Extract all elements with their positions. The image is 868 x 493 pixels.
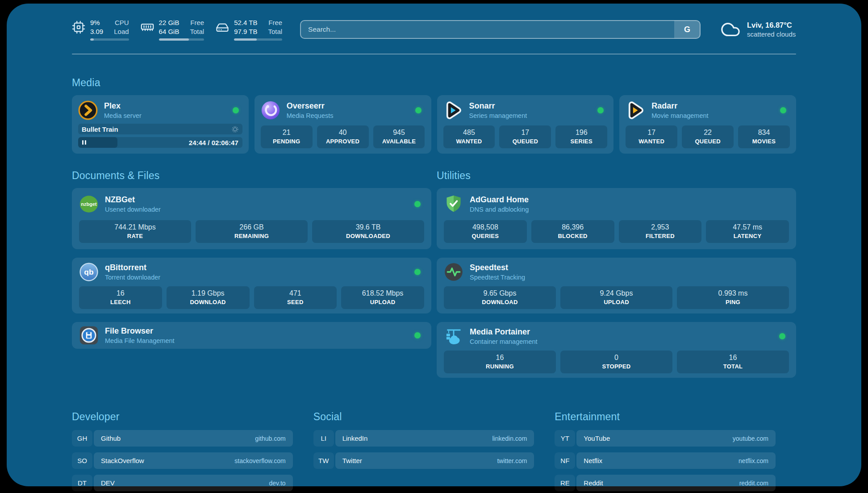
- app-name: NZBGet: [105, 195, 161, 205]
- section-utilities: Utilities: [437, 170, 796, 378]
- bookmark-netflix[interactable]: NF Netflix netflix.com: [555, 452, 776, 469]
- app-desc: Media Requests: [287, 112, 334, 120]
- app-name: File Browser: [105, 326, 175, 336]
- section-title-utilities: Utilities: [437, 170, 796, 182]
- app-desc: Usenet downloader: [105, 205, 161, 214]
- bookmark-name: Reddit: [584, 479, 603, 487]
- bookmark-stackoverflow[interactable]: SO StackOverflow stackoverflow.com: [72, 452, 293, 469]
- app-name: AdGuard Home: [470, 195, 529, 205]
- ram-free-label: Free: [190, 18, 204, 27]
- status-online-dot: [414, 201, 421, 207]
- filebrowser-icon: [79, 326, 99, 345]
- app-name: Radarr: [651, 101, 708, 111]
- pause-button[interactable]: [78, 137, 117, 148]
- section-title-media: Media: [72, 77, 796, 89]
- app-card-overseerr[interactable]: Overseerr Media Requests 21 PENDING 40 A…: [255, 95, 431, 154]
- app-card-speedtest[interactable]: Speedtest Speedtest Tracking 9.65 Gbps D…: [437, 258, 796, 313]
- disk-free-label: Free: [268, 18, 282, 27]
- bookmark-url: youtube.com: [733, 435, 768, 442]
- bookmark-url: reddit.com: [739, 480, 768, 487]
- status-online-dot: [414, 269, 421, 275]
- ram-total-value: 64 GiB: [159, 27, 179, 36]
- app-name: Media Portainer: [470, 327, 538, 337]
- disk-total-value: 97.9 TB: [234, 27, 257, 36]
- stat-box: 17 QUEUED: [499, 125, 551, 148]
- gear-icon[interactable]: [231, 125, 239, 133]
- cpu-metric-widget: 9% 3.09 CPU Load: [72, 18, 129, 41]
- bookmark-name: Github: [101, 435, 121, 442]
- app-desc: Series management: [469, 112, 527, 120]
- weather-location-temp: Lviv, 16.87°C: [747, 21, 796, 29]
- disk-metric-widget: 52.4 TB 97.9 TB Free Total: [216, 18, 282, 41]
- overseerr-icon: [261, 100, 280, 120]
- stat-box: 16 TOTAL: [677, 351, 789, 373]
- radarr-icon: [626, 100, 645, 120]
- bookmark-linkedin[interactable]: LI LinkedIn linkedin.com: [313, 430, 534, 447]
- bookmark-name: LinkedIn: [342, 435, 368, 442]
- stat-box: 21 PENDING: [261, 125, 313, 148]
- stat-box: 1.19 Gbps DOWNLOAD: [167, 286, 250, 309]
- bookmark-twitter[interactable]: TW Twitter twitter.com: [313, 452, 534, 469]
- adguard-icon: [444, 194, 463, 214]
- bookmark-url: twitter.com: [497, 457, 527, 464]
- bookmark-group-entertainment: Entertainment YT YouTube youtube.com NF …: [555, 411, 776, 491]
- section-title-documents: Documents & Files: [72, 170, 431, 182]
- cpu-usage-value: 9%: [90, 18, 103, 27]
- ram-total-label: Total: [190, 27, 204, 36]
- app-card-media-portainer[interactable]: Media Portainer Container management 16 …: [437, 322, 796, 378]
- section-title-social: Social: [313, 411, 534, 423]
- svg-text:qb: qb: [84, 267, 93, 276]
- app-desc: Torrent downloader: [105, 273, 160, 282]
- stat-box: 0 STOPPED: [560, 351, 672, 373]
- cpu-load-value: 3.09: [90, 27, 103, 36]
- stat-box: 40 APPROVED: [317, 125, 369, 148]
- ram-free-value: 22 GiB: [159, 18, 179, 27]
- ram-progress-bar: [159, 38, 204, 41]
- now-playing-strip: Bullet Train: [78, 124, 242, 134]
- app-card-qbittorrent[interactable]: qb qBittorrent Torrent downloader 16 LEE…: [72, 258, 431, 313]
- stat-box: 22 QUEUED: [682, 125, 734, 148]
- app-desc: DNS and adblocking: [470, 205, 529, 214]
- bookmark-abbr: NF: [555, 452, 575, 469]
- stat-box: 2,953 FILTERED: [619, 220, 702, 243]
- dashboard-panel: 9% 3.09 CPU Load: [7, 4, 861, 486]
- search-provider-button[interactable]: G: [674, 21, 700, 38]
- weather-widget: Lviv, 16.87°C scattered clouds: [720, 19, 796, 40]
- app-name: Plex: [104, 101, 142, 111]
- svg-text:nzbget: nzbget: [81, 201, 97, 207]
- playback-time: 24:44 / 02:06:47: [189, 139, 242, 146]
- status-online-dot: [780, 107, 786, 113]
- app-card-plex[interactable]: Plex Media server Bullet Train: [72, 95, 249, 154]
- section-title-entertainment: Entertainment: [555, 411, 776, 423]
- app-desc: Container management: [470, 338, 538, 346]
- disk-total-label: Total: [268, 27, 282, 36]
- stat-box: 618.52 Mbps UPLOAD: [341, 286, 424, 309]
- search-input[interactable]: [301, 21, 700, 38]
- now-playing-title: Bullet Train: [82, 125, 118, 133]
- sonarr-icon: [443, 100, 463, 120]
- bookmark-abbr: SO: [72, 452, 92, 469]
- app-card-adguard-home[interactable]: AdGuard Home DNS and adblocking 498,508 …: [437, 188, 796, 249]
- app-card-nzbget[interactable]: nzbget NZBGet Usenet downloader 744.21 M…: [72, 188, 431, 249]
- bookmark-youtube[interactable]: YT YouTube youtube.com: [555, 430, 776, 447]
- bookmark-name: Netflix: [584, 457, 602, 464]
- bookmarks-area: Developer GH Github github.com SO StackO…: [72, 411, 776, 491]
- bookmark-abbr: YT: [555, 430, 575, 447]
- bookmark-reddit[interactable]: RE Reddit reddit.com: [555, 475, 776, 491]
- disk-progress-bar: [234, 38, 282, 41]
- app-card-radarr[interactable]: Radarr Movie management 17 WANTED 22 QUE…: [619, 95, 796, 154]
- app-card-filebrowser[interactable]: File Browser Media File Management: [72, 322, 431, 349]
- app-name: Overseerr: [287, 101, 334, 111]
- speedtest-icon: [444, 262, 463, 282]
- bookmark-github[interactable]: GH Github github.com: [72, 430, 293, 447]
- app-card-sonarr[interactable]: Sonarr Series management 485 WANTED 17 Q…: [437, 95, 614, 154]
- bookmark-abbr: GH: [72, 430, 92, 447]
- bookmark-url: dev.to: [269, 480, 286, 487]
- cpu-load-label: Load: [114, 27, 129, 36]
- stat-box: 9.24 Gbps UPLOAD: [560, 286, 672, 309]
- bookmark-url: stackoverflow.com: [234, 457, 285, 464]
- bookmark-dev[interactable]: DT DEV dev.to: [72, 475, 293, 491]
- bookmark-group-developer: Developer GH Github github.com SO StackO…: [72, 411, 293, 491]
- nzbget-icon: nzbget: [79, 194, 99, 214]
- player-progress-strip[interactable]: 24:44 / 02:06:47: [78, 137, 242, 148]
